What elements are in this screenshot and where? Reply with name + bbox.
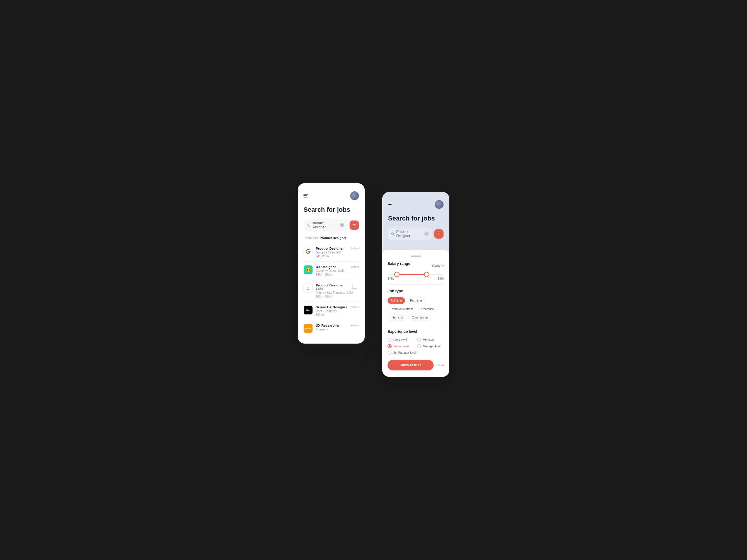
clear-button[interactable]: Clear — [437, 364, 444, 367]
right-search-input[interactable]: Product Designer — [396, 230, 422, 238]
results-label: Results for Product Designer — [304, 236, 359, 240]
hamburger-icon[interactable] — [304, 194, 308, 197]
company-logo-google — [304, 247, 313, 256]
page-title: Search for jobs — [304, 206, 359, 213]
company-logo-uber: Uber — [304, 305, 313, 315]
radio-circle-sr-manager — [387, 351, 392, 355]
job-info-3: Seniro UX Designer 5 days Uber • Remotel… — [316, 305, 359, 317]
left-screen: Search for jobs Product Designer ✕ Resul… — [298, 183, 365, 344]
radio-entry[interactable]: Entry level — [387, 338, 415, 342]
job-company-1: Careem • Dubai, UAE — [316, 269, 359, 272]
job-company-0: Google • Cairo, EG — [316, 251, 359, 254]
job-title-4: UX Researcher — [316, 324, 340, 327]
show-results-button[interactable]: Show results — [387, 360, 434, 370]
tag-remote[interactable]: Remote/Contract — [387, 306, 416, 312]
radio-label-sr-manager: Sr. Manager level — [393, 351, 416, 354]
radio-senior[interactable]: Senior level — [387, 344, 415, 348]
slider-fill — [397, 274, 427, 275]
right-search-clear-icon[interactable]: ✕ — [424, 232, 429, 236]
svg-line-6 — [393, 235, 394, 235]
filter-icon — [352, 223, 356, 227]
radio-circle-manager — [417, 344, 421, 348]
yearly-select[interactable]: Yearly — [432, 264, 444, 267]
job-info-1: UX Designer 3 days Careem • Dubai, UAE $… — [316, 265, 359, 276]
search-row: Product Designer ✕ — [304, 219, 359, 232]
job-info-4: UX Researcher 6 days Amazon • — [316, 324, 359, 331]
right-header — [388, 200, 443, 209]
right-avatar[interactable] — [435, 200, 443, 209]
job-days-0: 2 days — [351, 247, 359, 250]
tag-parttime[interactable]: Part-time — [407, 297, 425, 304]
job-title-2: Product Designer Lead — [316, 284, 351, 291]
job-type-tags: Full-time Part-time Remote/Contract Free… — [387, 297, 444, 321]
salary-max-label: $80k — [438, 277, 444, 280]
search-input[interactable]: Product Designer — [312, 221, 338, 229]
salary-labels: $45k $80k — [387, 277, 444, 280]
job-item-1[interactable]: 😊 UX Designer 3 days Careem • Dubai, UAE… — [304, 262, 359, 280]
job-item-2[interactable]: ⌂ Product Designer Lead 3 days Airbnb • … — [304, 280, 359, 302]
search-clear-icon[interactable]: ✕ — [340, 223, 344, 228]
radio-dot-senior — [389, 345, 391, 347]
experience-grid: Entry level Mid level Senior level Manag… — [387, 338, 444, 348]
salary-range-title: Salary range — [387, 261, 410, 266]
job-days-2: 3 days — [351, 284, 359, 290]
job-title-0: Product Designer — [316, 247, 344, 250]
search-bar[interactable]: Product Designer ✕ — [304, 219, 347, 232]
job-info-2: Product Designer Lead 3 days Airbnb • Sa… — [316, 284, 359, 298]
svg-point-5 — [392, 233, 394, 235]
left-header — [304, 191, 359, 200]
right-page-title: Search for jobs — [388, 215, 443, 222]
radio-circle-entry — [387, 338, 392, 342]
job-item-0[interactable]: Product Designer 2 days Google • Cairo, … — [304, 243, 359, 262]
radio-mid[interactable]: Mid level — [417, 338, 444, 342]
job-days-1: 3 days — [351, 265, 359, 268]
job-salary-1: $45k - 55k/yr — [316, 273, 359, 276]
radio-circle-mid — [417, 338, 421, 342]
company-logo-careem: 😊 — [304, 265, 313, 274]
company-logo-amazon: amazon — [304, 324, 313, 333]
svg-point-0 — [307, 224, 309, 226]
job-salary-2: $60k - 75k/yr — [316, 295, 359, 298]
screens-container: Search for jobs Product Designer ✕ Resul… — [298, 183, 449, 377]
experience-title: Experience level — [387, 329, 444, 334]
company-logo-airbnb: ⌂ — [304, 284, 313, 293]
job-salary-0: $4500/mo — [316, 255, 359, 258]
salary-min-label: $45k — [387, 277, 394, 280]
radio-label-senior: Senior level — [393, 345, 409, 348]
slider-track — [389, 274, 443, 275]
right-hamburger-icon[interactable] — [388, 203, 393, 206]
filter-button[interactable] — [350, 220, 359, 230]
tag-internship[interactable]: Internship — [387, 314, 407, 321]
job-days-4: 6 days — [351, 324, 359, 327]
divider-1 — [387, 284, 444, 285]
job-company-3: Uber • Remotely — [316, 310, 359, 313]
job-list: Product Designer 2 days Google • Cairo, … — [304, 243, 359, 337]
radio-manager[interactable]: Manager level — [417, 344, 444, 348]
right-filter-icon — [437, 232, 441, 236]
right-search-icon — [391, 232, 394, 236]
right-search-bar[interactable]: Product Designer ✕ — [388, 228, 432, 240]
tag-commission[interactable]: Commission — [409, 314, 431, 321]
radio-label-entry: Entry level — [393, 338, 407, 342]
job-info-0: Product Designer 2 days Google • Cairo, … — [316, 247, 359, 258]
right-filter-button[interactable] — [434, 229, 443, 239]
radio-sr-manager[interactable]: Sr. Manager level — [387, 351, 444, 355]
job-salary-3: $40/hr — [316, 313, 359, 317]
drag-handle[interactable] — [411, 256, 421, 257]
svg-line-1 — [309, 226, 310, 226]
right-search-row: Product Designer ✕ — [388, 228, 443, 240]
radio-label-mid: Mid level — [423, 338, 434, 342]
radio-circle-senior — [387, 344, 392, 348]
job-item-4[interactable]: amazon UX Researcher 6 days Amazon • — [304, 320, 359, 337]
chevron-down-icon — [441, 264, 444, 267]
slider-thumb-right[interactable] — [424, 272, 429, 277]
tag-freelance[interactable]: Freelance — [418, 306, 437, 312]
avatar[interactable] — [350, 191, 359, 200]
search-icon — [306, 223, 310, 227]
slider-thumb-left[interactable] — [394, 272, 400, 277]
job-item-3[interactable]: Uber Seniro UX Designer 5 days Uber • Re… — [304, 302, 359, 320]
job-type-title: Job type — [387, 289, 444, 293]
right-screen: Search for jobs Product Designer ✕ — [382, 192, 449, 377]
salary-slider[interactable] — [387, 274, 444, 275]
tag-fulltime[interactable]: Full-time — [387, 297, 405, 304]
